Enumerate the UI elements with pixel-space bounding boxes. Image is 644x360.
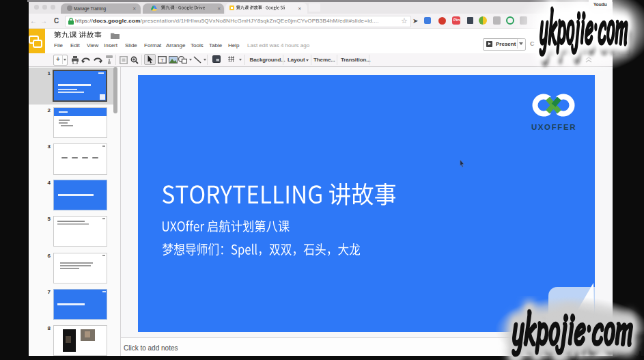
svg-text:T: T [160,57,164,64]
